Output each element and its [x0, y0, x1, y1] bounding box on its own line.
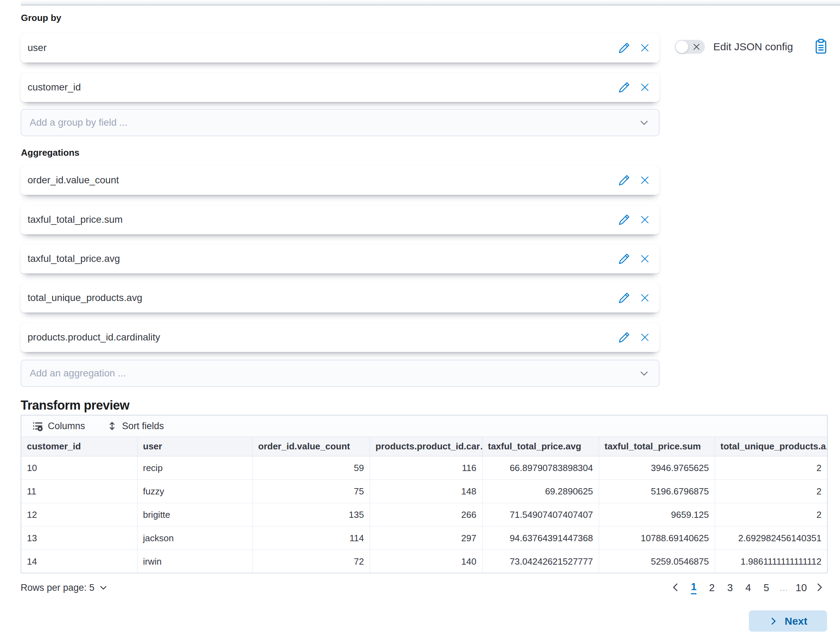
- table-row: 10 recip 59 116 66.89790783898304 3946.9…: [21, 456, 827, 480]
- cell: brigitte: [137, 503, 252, 526]
- aggregation-item-label: total_unique_products.avg: [28, 292, 142, 304]
- remove-button[interactable]: [638, 213, 651, 226]
- remove-button[interactable]: [638, 174, 651, 186]
- group-by-label: Group by: [21, 13, 62, 24]
- pencil-icon: [618, 82, 630, 93]
- page-button-5[interactable]: 5: [758, 579, 775, 596]
- group-by-item-customer-id: customer_id: [21, 73, 659, 102]
- close-icon: [640, 292, 650, 303]
- close-icon: [640, 82, 650, 92]
- table-footer: Rows per page: 5 1 2 3 4 5 … 10: [21, 579, 827, 596]
- edit-pencil-button[interactable]: [618, 41, 630, 54]
- cell: 135: [252, 503, 370, 526]
- top-shadow: [21, 0, 840, 5]
- pencil-icon: [618, 175, 630, 186]
- close-icon: [640, 253, 650, 264]
- cell: 14: [21, 550, 137, 573]
- copy-config-button[interactable]: [815, 38, 827, 55]
- aggregation-item-label: taxful_total_price.avg: [28, 253, 120, 264]
- cell: 3946.9765625: [599, 456, 715, 480]
- aggregation-item-label: products.product_id.cardinality: [28, 332, 160, 343]
- edit-json-config-control: Edit JSON config: [675, 39, 827, 54]
- close-icon: [640, 332, 650, 343]
- edit-json-config-toggle[interactable]: [675, 40, 705, 54]
- sort-fields-button-label: Sort fields: [122, 421, 164, 432]
- aggregations-label: Aggregations: [21, 147, 79, 158]
- page-button-1[interactable]: 1: [685, 579, 702, 596]
- column-header-customer-id[interactable]: customer_id: [21, 437, 137, 456]
- edit-pencil-button[interactable]: [618, 81, 630, 94]
- aggregation-item-label: order_id.value_count: [28, 175, 119, 186]
- transform-preview-title: Transform preview: [21, 398, 130, 413]
- cell: irwin: [137, 550, 252, 573]
- table-row: 11 fuzzy 75 148 69.2890625 5196.6796875 …: [21, 480, 827, 503]
- pagination: 1 2 3 4 5 … 10: [668, 579, 827, 596]
- rows-per-page-button[interactable]: Rows per page: 5: [21, 582, 108, 593]
- cell: 11: [21, 480, 137, 503]
- edit-pencil-button[interactable]: [618, 213, 630, 226]
- next-page-button[interactable]: [811, 582, 827, 594]
- remove-button[interactable]: [638, 41, 651, 54]
- transform-wizard-page: Edit JSON config Group by user customer_…: [0, 0, 840, 639]
- cell: 266: [370, 503, 482, 526]
- table-row: 14 irwin 72 140 73.04242621527777 5259.0…: [21, 550, 827, 573]
- close-icon: [640, 175, 650, 185]
- group-by-item-user: user: [21, 33, 659, 62]
- add-group-by-field-combobox[interactable]: Add a group by field ...: [21, 109, 659, 136]
- cell: jackson: [137, 526, 252, 550]
- edit-pencil-button[interactable]: [618, 331, 630, 343]
- edit-json-config-label: Edit JSON config: [713, 41, 793, 53]
- previous-page-button[interactable]: [668, 582, 684, 594]
- pencil-icon: [618, 214, 630, 226]
- sort-fields-button[interactable]: Sort fields: [107, 421, 164, 432]
- edit-pencil-button[interactable]: [618, 174, 630, 186]
- close-icon: [640, 215, 650, 225]
- pagination-ellipsis: …: [776, 583, 791, 593]
- column-header-products-product-id-cardinality[interactable]: products.product_id.car…: [370, 437, 482, 456]
- cell: 297: [370, 526, 482, 550]
- page-button-2[interactable]: 2: [703, 579, 720, 596]
- column-header-order-id-value-count[interactable]: order_id.value_count: [252, 437, 370, 456]
- chevron-left-icon: [671, 582, 681, 593]
- add-group-by-placeholder: Add a group by field ...: [30, 117, 127, 128]
- aggregation-item: order_id.value_count: [21, 165, 659, 195]
- page-button-4[interactable]: 4: [740, 579, 757, 596]
- cell: fuzzy: [137, 480, 252, 503]
- next-chevron-icon: [769, 616, 778, 626]
- remove-button[interactable]: [638, 331, 651, 343]
- cell: 2.692982456140351: [715, 526, 827, 550]
- cell: recip: [137, 456, 252, 480]
- column-header-user[interactable]: user: [137, 437, 252, 456]
- table-row: 12 brigitte 135 266 71.54907407407407 96…: [21, 503, 827, 526]
- column-header-taxful-total-price-avg[interactable]: taxful_total_price.avg: [482, 437, 599, 456]
- page-button-3[interactable]: 3: [722, 579, 738, 596]
- remove-button[interactable]: [638, 253, 651, 265]
- column-header-total-unique-products-avg[interactable]: total_unique_products.a…: [715, 437, 827, 456]
- cell: 140: [370, 550, 482, 573]
- edit-pencil-button[interactable]: [618, 292, 630, 304]
- cell: 2: [715, 480, 827, 503]
- remove-button[interactable]: [638, 292, 651, 304]
- cell: 73.04242621527777: [482, 550, 599, 573]
- table-row: 13 jackson 114 297 94.63764391447368 107…: [21, 526, 827, 550]
- cell: 2: [715, 456, 827, 480]
- cell: 10: [21, 456, 137, 480]
- cell: 5259.0546875: [599, 550, 715, 573]
- chevron-right-icon: [814, 582, 824, 593]
- add-aggregation-combobox[interactable]: Add an aggregation ...: [21, 360, 659, 387]
- columns-button[interactable]: Columns: [32, 421, 85, 432]
- columns-add-icon: [32, 421, 43, 431]
- remove-button[interactable]: [638, 81, 651, 94]
- chevron-down-icon: [639, 118, 649, 127]
- cell: 5196.6796875: [599, 480, 715, 503]
- next-button[interactable]: Next: [749, 610, 827, 632]
- group-by-item-label: customer_id: [28, 82, 81, 93]
- page-button-10[interactable]: 10: [793, 579, 810, 596]
- chevron-down-icon: [639, 369, 649, 378]
- edit-pencil-button[interactable]: [618, 253, 630, 265]
- column-header-taxful-total-price-sum[interactable]: taxful_total_price.sum: [599, 437, 715, 456]
- transform-preview-panel: Columns Sort fields customer_id user ord…: [21, 415, 828, 573]
- cell: 69.2890625: [482, 480, 599, 503]
- toggle-thumb: [675, 40, 689, 53]
- cell: 12: [21, 503, 137, 526]
